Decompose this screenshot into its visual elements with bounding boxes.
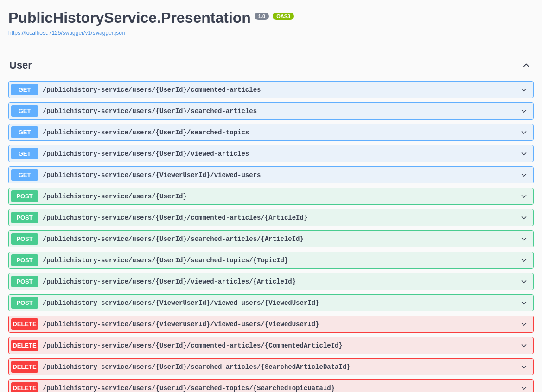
chevron-down-icon <box>520 320 528 329</box>
chevron-down-icon <box>520 363 528 371</box>
page-title: PublicHistoryService.Presentation <box>8 9 251 26</box>
chevron-down-icon <box>520 384 528 392</box>
chevron-down-icon <box>520 341 528 350</box>
chevron-down-icon <box>520 128 528 137</box>
method-badge: DELETE <box>11 340 38 351</box>
chevron-down-icon <box>520 171 528 179</box>
version-badge: 1.0 <box>255 13 269 20</box>
chevron-down-icon <box>520 192 528 201</box>
operation-path: /publichistory-service/users/{UserId}/co… <box>43 214 520 221</box>
method-badge: DELETE <box>11 382 38 392</box>
chevron-down-icon <box>520 150 528 158</box>
operation-row[interactable]: POST/publichistory-service/users/{UserId… <box>8 252 534 269</box>
chevron-down-icon <box>520 278 528 286</box>
operation-path: /publichistory-service/users/{ViewerUser… <box>43 171 520 179</box>
operation-path: /publichistory-service/users/{UserId}/se… <box>43 257 520 264</box>
operation-path: /publichistory-service/users/{UserId}/se… <box>43 235 520 243</box>
spec-link[interactable]: https://localhost:7125/swagger/v1/swagge… <box>8 30 125 36</box>
chevron-down-icon <box>520 256 528 265</box>
operation-path: /publichistory-service/users/{UserId}/se… <box>43 107 520 115</box>
operation-row[interactable]: POST/publichistory-service/users/{UserId… <box>8 273 534 290</box>
method-badge: POST <box>11 233 38 245</box>
oas-badge: OAS3 <box>273 13 294 20</box>
operation-row[interactable]: POST/publichistory-service/users/{UserId… <box>8 230 534 247</box>
operation-row[interactable]: GET/publichistory-service/users/{ViewerU… <box>8 166 534 183</box>
method-badge: POST <box>11 297 38 309</box>
operation-path: /publichistory-service/users/{UserId}/se… <box>43 129 520 136</box>
chevron-down-icon <box>520 107 528 115</box>
method-badge: DELETE <box>11 318 38 330</box>
operation-row[interactable]: DELETE/publichistory-service/users/{User… <box>8 358 534 375</box>
operation-path: /publichistory-service/users/{UserId}/se… <box>43 363 520 371</box>
operation-row[interactable]: GET/publichistory-service/users/{UserId}… <box>8 145 534 162</box>
operation-path: /publichistory-service/users/{ViewerUser… <box>43 321 520 328</box>
operation-row[interactable]: POST/publichistory-service/users/{UserId… <box>8 209 534 226</box>
chevron-down-icon <box>520 299 528 307</box>
method-badge: POST <box>11 254 38 266</box>
section-name: User <box>9 59 32 71</box>
chevron-up-icon <box>522 61 531 70</box>
operation-path: /publichistory-service/users/{ViewerUser… <box>43 299 520 307</box>
operation-row[interactable]: POST/publichistory-service/users/{Viewer… <box>8 294 534 311</box>
operation-row[interactable]: DELETE/publichistory-service/users/{User… <box>8 337 534 354</box>
operation-path: /publichistory-service/users/{UserId}/vi… <box>43 278 520 285</box>
method-badge: POST <box>11 212 38 223</box>
chevron-down-icon <box>520 86 528 94</box>
operation-path: /publichistory-service/users/{UserId}/vi… <box>43 150 520 158</box>
method-badge: DELETE <box>11 361 38 373</box>
operation-row[interactable]: GET/publichistory-service/users/{UserId}… <box>8 102 534 120</box>
operation-row[interactable]: DELETE/publichistory-service/users/{User… <box>8 379 534 392</box>
method-badge: GET <box>11 126 38 138</box>
chevron-down-icon <box>520 235 528 243</box>
method-badge: POST <box>11 190 38 202</box>
operation-path: /publichistory-service/users/{UserId}/co… <box>43 86 520 94</box>
operation-row[interactable]: POST/publichistory-service/users/{UserId… <box>8 188 534 205</box>
method-badge: POST <box>11 276 38 287</box>
operation-path: /publichistory-service/users/{UserId} <box>43 193 520 200</box>
operation-row[interactable]: GET/publichistory-service/users/{UserId}… <box>8 81 534 98</box>
operation-path: /publichistory-service/users/{UserId}/co… <box>43 342 520 349</box>
method-badge: GET <box>11 148 38 159</box>
method-badge: GET <box>11 84 38 95</box>
operation-path: /publichistory-service/users/{UserId}/se… <box>43 385 520 392</box>
chevron-down-icon <box>520 214 528 222</box>
method-badge: GET <box>11 105 38 117</box>
method-badge: GET <box>11 169 38 181</box>
operation-row[interactable]: DELETE/publichistory-service/users/{View… <box>8 316 534 333</box>
operation-row[interactable]: GET/publichistory-service/users/{UserId}… <box>8 124 534 141</box>
section-header-user[interactable]: User <box>8 55 534 76</box>
